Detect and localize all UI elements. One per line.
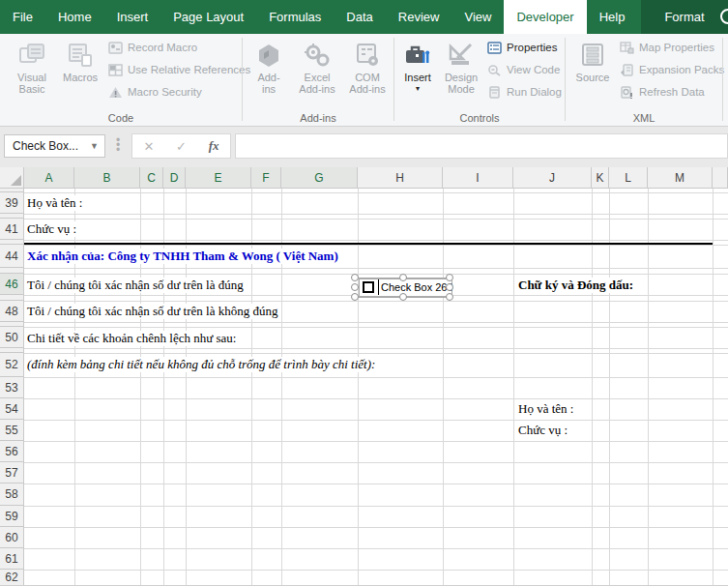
cancel-icon[interactable]: ✕ (143, 139, 154, 154)
record-macro-button[interactable]: Record Macro (108, 40, 250, 55)
properties-icon (487, 42, 502, 54)
resize-handle-bottom-right[interactable] (446, 293, 453, 301)
refresh-data-button[interactable]: Refresh Data (620, 84, 724, 100)
group-addins: Add-ins Excel Add-ins COM Add-ins Add-in… (243, 34, 393, 127)
cell-a48: Tôi / chúng tôi xác nhận số dư trên là k… (27, 304, 279, 319)
row-header-56[interactable]: 56 (0, 441, 24, 462)
row-header-48[interactable]: 48 (0, 301, 24, 322)
excel-addins-button[interactable]: Excel Add-ins (293, 38, 341, 111)
row-header-52[interactable]: 52 (0, 353, 24, 377)
column-header-F[interactable]: F (251, 167, 281, 189)
column-header-A[interactable]: A (24, 167, 74, 189)
row-header-60[interactable]: 60 (0, 527, 24, 548)
row-header-46[interactable]: 46 (0, 274, 24, 295)
row-header-61[interactable]: 61 (0, 548, 24, 570)
insert-control-label: Insert (404, 72, 431, 83)
properties-button[interactable]: Properties (487, 40, 562, 55)
row-header-59[interactable]: 59 (0, 506, 24, 527)
visual-basic-button[interactable]: Visual Basic (8, 38, 56, 111)
source-label: Source (576, 72, 610, 83)
tab-format[interactable]: Format (641, 0, 727, 34)
column-header-I[interactable]: I (443, 167, 513, 189)
tab-developer[interactable]: Developer (504, 0, 586, 34)
macros-button[interactable]: Macros (56, 38, 104, 111)
insert-function-icon[interactable]: fx (209, 138, 219, 154)
sheet-area[interactable]: ABCDEFGHIJKLM394144464850525354555657585… (0, 167, 728, 586)
resize-handle-bottom-left[interactable] (351, 293, 359, 301)
column-header-J[interactable]: J (513, 167, 592, 189)
formula-bar-strip: Check Box... ▼ ••• ✕ ✓ fx (0, 127, 728, 167)
column-header-L[interactable]: L (609, 167, 648, 189)
name-box-dropdown-icon[interactable]: ▼ (90, 141, 99, 151)
tab-view[interactable]: View (451, 0, 504, 34)
resize-handle-top-left[interactable] (351, 274, 359, 281)
group-code-label: Code (0, 112, 242, 124)
row-header-55[interactable]: 55 (0, 420, 24, 441)
row-header-57[interactable]: 57 (0, 462, 24, 483)
row-header-41[interactable]: 41 (0, 219, 24, 240)
column-header-D[interactable]: D (163, 167, 186, 189)
formula-buttons: ✕ ✓ fx (131, 133, 231, 159)
column-header-M[interactable]: M (648, 167, 713, 189)
group-controls: Insert ▾ Design Mode Properties View Cod… (394, 34, 565, 127)
insert-dropdown-arrow[interactable]: ▾ (416, 84, 420, 93)
checkbox-icon[interactable] (363, 281, 374, 293)
column-header-blank[interactable] (713, 167, 728, 189)
formula-input[interactable] (235, 133, 728, 159)
expansion-packs-button[interactable]: Expansion Packs (620, 62, 724, 77)
resize-handle-top-middle[interactable] (399, 274, 407, 281)
row-header-62[interactable]: 62 (0, 570, 24, 586)
select-all-corner[interactable] (0, 167, 24, 189)
enter-icon[interactable]: ✓ (176, 139, 187, 154)
cell-border-line (24, 243, 713, 245)
resize-handle-middle-left[interactable] (351, 283, 359, 291)
view-code-button[interactable]: View Code (487, 62, 562, 77)
tab-data[interactable]: Data (334, 0, 385, 34)
column-header-B[interactable]: B (74, 167, 140, 189)
name-box[interactable]: Check Box... ▼ (4, 134, 105, 158)
select-all-triangle-icon (11, 175, 21, 186)
insert-control-button[interactable]: Insert ▾ (398, 38, 437, 111)
row-header-54[interactable]: 54 (0, 398, 24, 420)
group-xml-label: XML (566, 112, 722, 124)
tab-page-layout[interactable]: Page Layout (160, 0, 256, 34)
macro-security-button[interactable]: Macro Security (108, 84, 250, 100)
group-controls-label: Controls (394, 112, 565, 124)
tab-insert[interactable]: Insert (104, 0, 161, 34)
checkbox-control-label[interactable]: Check Box 260 (381, 281, 453, 293)
addins-button[interactable]: Add-ins (247, 38, 291, 111)
tab-help[interactable]: Help (587, 0, 638, 34)
tab-file[interactable]: File (0, 0, 45, 34)
run-dialog-icon (487, 86, 502, 99)
resize-handle-bottom-middle[interactable] (399, 293, 407, 301)
ribbon: Visual Basic Macros Record Macro Use Rel… (0, 34, 728, 127)
row-header-58[interactable]: 58 (0, 483, 24, 506)
insert-control-icon (404, 41, 431, 70)
run-dialog-button[interactable]: Run Dialog (487, 84, 562, 100)
gridline (24, 483, 728, 484)
design-mode-button[interactable]: Design Mode (439, 38, 483, 111)
source-button[interactable]: Source (571, 38, 614, 111)
gridline (24, 268, 728, 269)
tab-formulas[interactable]: Formulas (256, 0, 334, 34)
use-relative-references-button[interactable]: Use Relative References (108, 62, 250, 77)
row-header-39[interactable]: 39 (0, 192, 24, 214)
row-header-44[interactable]: 44 (0, 245, 24, 268)
column-header-C[interactable]: C (140, 167, 163, 189)
record-macro-icon (108, 42, 123, 54)
tab-home[interactable]: Home (45, 0, 104, 34)
resize-handle-middle-right[interactable] (446, 283, 453, 291)
map-properties-button[interactable]: Map Properties (620, 40, 724, 55)
resize-handle-top-right[interactable] (446, 274, 453, 281)
map-properties-icon (620, 42, 634, 54)
column-header-K[interactable]: K (592, 167, 609, 189)
com-addins-button[interactable]: COM Add-ins (343, 38, 392, 111)
row-header-53[interactable]: 53 (0, 377, 24, 398)
column-header-E[interactable]: E (186, 167, 251, 189)
column-header-G[interactable]: G (281, 167, 358, 189)
formula-bar-grip[interactable]: ••• (116, 138, 119, 154)
gridline (24, 420, 728, 421)
column-header-H[interactable]: H (358, 167, 443, 189)
row-header-50[interactable]: 50 (0, 327, 24, 348)
tab-review[interactable]: Review (386, 0, 452, 34)
